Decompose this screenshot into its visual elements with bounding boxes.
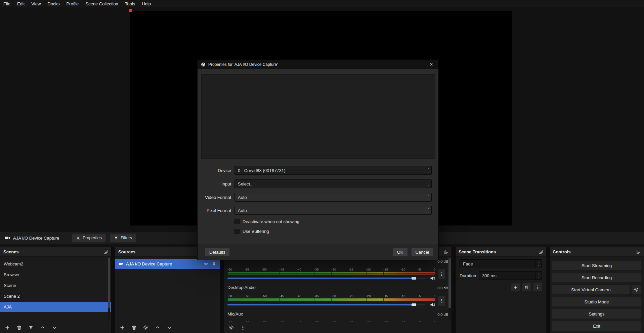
properties-button[interactable]: Properties: [72, 234, 106, 243]
add-source-button[interactable]: [120, 325, 125, 330]
chevron-down-icon: [167, 325, 172, 330]
scene-item-scene-2[interactable]: Scene 2: [0, 291, 111, 301]
chevron-up-icon: [155, 325, 160, 330]
meter-scale: -60-55-50-45-40-35-30-25-20-15-10-50: [227, 294, 435, 298]
transition-select[interactable]: Fade: [460, 259, 542, 268]
deactivate-when-not-showing-checkbox[interactable]: [234, 219, 240, 224]
mute-button[interactable]: [430, 302, 435, 307]
exit-button[interactable]: Exit: [552, 321, 641, 331]
device-select[interactable]: 0 - Corvid88 (00T97731): [234, 166, 432, 175]
deactivate-when-not-showing-label: Deactivate when not showing: [243, 219, 299, 224]
mixer-item-menu-button[interactable]: [438, 269, 445, 279]
kebab-menu-icon: [535, 285, 540, 290]
lock-icon: [212, 261, 216, 266]
remove-transition-button[interactable]: [522, 283, 531, 291]
filters-button[interactable]: Filters: [110, 234, 136, 243]
video-format-select[interactable]: Auto: [234, 193, 432, 202]
scene-list: Webcam2 Browser Scene Scene 2 AJA: [0, 257, 111, 322]
dialog-title: Properties for 'AJA I/O Device Capture': [208, 62, 278, 67]
virtual-camera-config-button[interactable]: [632, 285, 641, 294]
cancel-button[interactable]: Cancel: [411, 248, 433, 256]
mixer-menu-button[interactable]: [240, 325, 246, 330]
volume-slider-knob[interactable]: [412, 303, 416, 306]
meter-db-value: 0.0 dB: [437, 286, 448, 290]
move-source-up-button[interactable]: [155, 325, 160, 330]
use-buffering-checkbox[interactable]: [234, 229, 240, 234]
source-lock-toggle[interactable]: [212, 261, 216, 266]
start-virtual-camera-button[interactable]: Start Virtual Camera: [552, 285, 630, 294]
input-select[interactable]: Select...: [234, 179, 432, 188]
spinner-arrows-icon: [425, 180, 431, 188]
controls-popout-button[interactable]: [636, 250, 641, 254]
scenes-scrollbar-thumb[interactable]: [108, 258, 110, 308]
spinner-arrows-icon: [535, 272, 542, 280]
menu-item-help[interactable]: Help: [138, 0, 154, 7]
scenes-scrollbar[interactable]: [108, 258, 110, 321]
transition-menu-button[interactable]: [533, 283, 542, 291]
menu-item-tools[interactable]: Tools: [122, 0, 138, 7]
volume-slider-knob[interactable]: [412, 277, 416, 280]
meter-name: Desktop Audio: [227, 285, 256, 290]
menu-item-view[interactable]: View: [28, 0, 44, 7]
volume-slider[interactable]: [227, 278, 426, 279]
studio-mode-button[interactable]: Studio Mode: [552, 297, 641, 306]
remove-source-button[interactable]: [131, 325, 137, 330]
menu-item-edit[interactable]: Edit: [14, 0, 28, 7]
advanced-audio-button[interactable]: [228, 325, 234, 330]
transitions-popout-button[interactable]: [539, 250, 543, 254]
eye-icon: [204, 261, 208, 266]
start-recording-button[interactable]: Start Recording: [552, 273, 641, 282]
move-scene-down-button[interactable]: [52, 325, 57, 330]
scene-item-browser[interactable]: Browser: [0, 269, 111, 280]
volume-meter-bars: [227, 298, 435, 301]
source-item-label: AJA I/O Device Capture: [126, 261, 172, 266]
menu-item-scene-collection[interactable]: Scene Collection: [82, 0, 122, 7]
dialog-title-bar[interactable]: Properties for 'AJA I/O Device Capture' …: [198, 60, 438, 69]
pixel-format-label: Pixel Format: [198, 208, 231, 213]
kebab-menu-icon: [439, 272, 444, 277]
close-button[interactable]: ×: [428, 60, 435, 69]
scene-transitions-panel-title: Scene Transitions: [459, 249, 496, 254]
volume-slider[interactable]: [227, 304, 426, 305]
kebab-menu-icon: [439, 298, 444, 303]
plus-icon: [5, 325, 10, 330]
remove-scene-button[interactable]: [16, 325, 22, 330]
source-visibility-toggle[interactable]: [204, 261, 208, 266]
mixer-scrollbar[interactable]: [448, 258, 451, 321]
add-transition-button[interactable]: [511, 283, 520, 291]
source-properties-button[interactable]: [143, 325, 148, 330]
defaults-button[interactable]: Defaults: [205, 248, 230, 256]
mixer-scrollbar-thumb[interactable]: [448, 258, 451, 308]
menu-item-docks[interactable]: Docks: [44, 0, 63, 7]
mixer-item-menu-button[interactable]: [438, 296, 445, 306]
controls-panel-title: Controls: [553, 249, 570, 254]
pixel-format-select[interactable]: Auto: [234, 206, 432, 215]
start-streaming-button[interactable]: Start Streaming: [552, 261, 641, 270]
plus-icon: [513, 285, 518, 290]
menu-item-profile[interactable]: Profile: [63, 0, 82, 7]
mixer-popout-button[interactable]: [444, 250, 448, 254]
add-scene-button[interactable]: [5, 325, 10, 330]
filter-icon: [114, 236, 118, 240]
settings-button[interactable]: Settings: [552, 309, 641, 319]
trash-icon: [524, 285, 529, 290]
move-scene-up-button[interactable]: [40, 325, 45, 330]
ok-button[interactable]: OK: [393, 248, 408, 256]
transform-handle[interactable]: [129, 9, 132, 12]
duration-label: Duration: [460, 273, 476, 278]
duration-spinbox[interactable]: 300 ms: [479, 271, 542, 280]
menu-item-file[interactable]: File: [0, 0, 14, 7]
popout-icon: [444, 250, 448, 254]
mixer-meter: 0.0 dB -60-55-50-45-40-35-30-25-20-15-10…: [227, 257, 448, 281]
scenes-popout-button[interactable]: [103, 250, 108, 254]
use-buffering-label: Use Buffering: [243, 229, 269, 234]
popout-icon: [636, 250, 641, 254]
scene-item-aja[interactable]: AJA: [0, 302, 111, 312]
source-item-aja-io-device-capture[interactable]: AJA I/O Device Capture: [115, 259, 220, 269]
scene-filters-button[interactable]: [28, 325, 34, 330]
move-source-down-button[interactable]: [167, 325, 172, 330]
scene-item-webcam2[interactable]: Webcam2: [0, 259, 111, 269]
mute-button[interactable]: [430, 276, 435, 281]
plus-icon: [120, 325, 125, 330]
scene-item-scene[interactable]: Scene: [0, 280, 111, 290]
